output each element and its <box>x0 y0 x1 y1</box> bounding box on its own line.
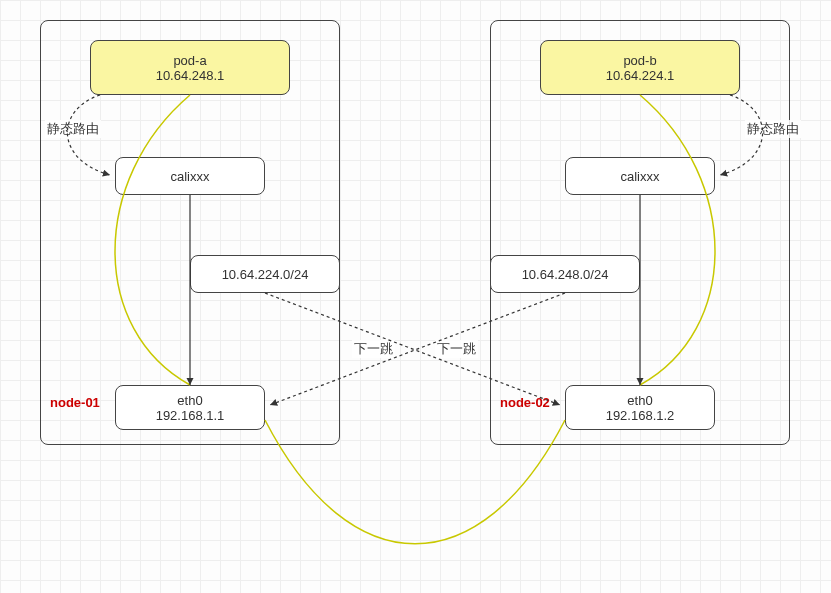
node-01-label: node-01 <box>50 395 100 410</box>
route-node2: 10.64.248.0/24 <box>490 255 640 293</box>
eth0-node2-ip: 192.168.1.2 <box>606 408 675 423</box>
calixxx-node1: calixxx <box>115 157 265 195</box>
static-route-label-2: 静态路由 <box>745 120 801 138</box>
pod-b-box: pod-b 10.64.224.1 <box>540 40 740 95</box>
route-node1: 10.64.224.0/24 <box>190 255 340 293</box>
pod-a-box: pod-a 10.64.248.1 <box>90 40 290 95</box>
next-hop-left: 下一跳 <box>352 340 395 358</box>
pod-a-name: pod-a <box>173 53 206 68</box>
eth0-node1: eth0 192.168.1.1 <box>115 385 265 430</box>
pod-b-name: pod-b <box>623 53 656 68</box>
calixxx-node2: calixxx <box>565 157 715 195</box>
eth0-node2: eth0 192.168.1.2 <box>565 385 715 430</box>
eth0-node2-name: eth0 <box>627 393 652 408</box>
pod-a-ip: 10.64.248.1 <box>156 68 225 83</box>
static-route-label-1: 静态路由 <box>45 120 101 138</box>
pod-b-ip: 10.64.224.1 <box>606 68 675 83</box>
eth0-node1-ip: 192.168.1.1 <box>156 408 225 423</box>
eth0-node1-name: eth0 <box>177 393 202 408</box>
node-02-label: node-02 <box>500 395 550 410</box>
next-hop-right: 下一跳 <box>435 340 478 358</box>
